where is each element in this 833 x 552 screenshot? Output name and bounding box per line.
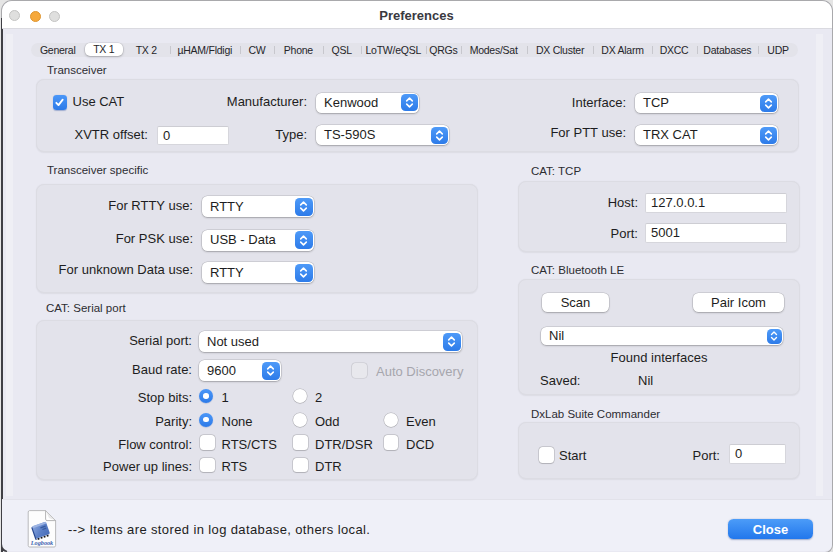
svg-text:Logbook: Logbook — [29, 539, 53, 546]
